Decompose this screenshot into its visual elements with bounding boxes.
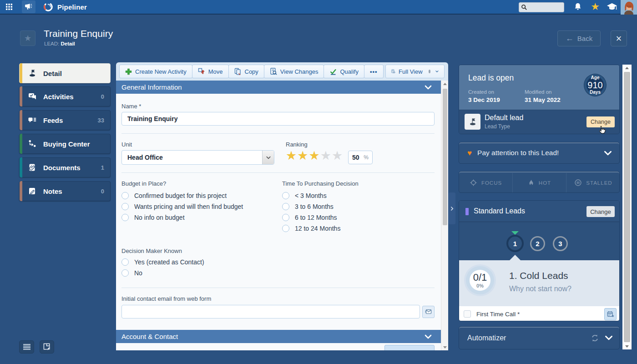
sidebar-item-notes[interactable]: Notes 0: [19, 181, 111, 201]
move-button[interactable]: Move: [192, 65, 229, 78]
automatizer-card[interactable]: Automatizer: [459, 326, 620, 349]
radio-time-0[interactable]: [282, 192, 289, 199]
radio-label: Wants pricing and will then find budget: [134, 203, 243, 210]
rating-star[interactable]: ★: [286, 149, 297, 162]
more-actions-button[interactable]: •••: [364, 65, 384, 78]
scrollbar-thumb[interactable]: [624, 72, 630, 342]
name-input[interactable]: [121, 112, 435, 126]
step-2-circle[interactable]: 2: [530, 236, 545, 251]
rating-star[interactable]: ★: [332, 149, 343, 162]
favorites-button[interactable]: ★: [589, 0, 602, 14]
step-detail-panel: 0/1 0% 1. Cold Leads Why not start now?: [459, 260, 619, 306]
notifications-button[interactable]: [571, 0, 584, 14]
sidebar-item-buying-center[interactable]: Buying Center: [19, 134, 111, 154]
radio-label: Yes (created as Contact): [134, 258, 204, 266]
age-label: Age: [591, 76, 600, 80]
sidebar-item-activities[interactable]: Activities 0: [19, 86, 111, 106]
schedule-task-button[interactable]: [604, 308, 617, 320]
radio-decision-1[interactable]: [121, 269, 129, 277]
send-email-button[interactable]: [422, 306, 435, 318]
step-subtitle: Why not start now?: [509, 285, 571, 293]
radio-time-2[interactable]: [282, 214, 289, 221]
created-value: 3 Dec 2019: [468, 96, 500, 103]
sidebar-item-detail[interactable]: Detail: [19, 63, 111, 83]
radio-decision-0[interactable]: [121, 258, 129, 266]
tab-accent-stripe: [20, 86, 22, 106]
radio-time-1[interactable]: [282, 203, 289, 210]
section-account-contact[interactable]: Account & Contact: [116, 330, 441, 343]
radio-label: 6 to 12 Months: [295, 214, 337, 221]
edit-layout-button[interactable]: [40, 340, 54, 354]
button-label: View Changes: [280, 68, 318, 75]
view-changes-icon: [270, 68, 277, 75]
chevron-down-icon: [605, 335, 613, 340]
unit-select[interactable]: Head Office: [121, 150, 274, 165]
task-checkbox[interactable]: [464, 310, 471, 318]
attention-card[interactable]: ♥ Pay attention to this Lead!: [459, 142, 620, 164]
scroll-down-arrow[interactable]: [622, 343, 632, 349]
hot-flag-button[interactable]: HOT: [513, 173, 566, 192]
ranking-label: Ranking: [286, 141, 308, 148]
lead-age-badge: Age 910 Days: [584, 74, 606, 96]
step-number: 1: [513, 240, 517, 248]
tab-label: Notes: [43, 187, 62, 195]
rating-star[interactable]: ★: [297, 149, 308, 162]
global-search[interactable]: [519, 2, 564, 12]
radio-budget-2[interactable]: [121, 214, 129, 221]
initial-email-input[interactable]: [121, 305, 420, 318]
pipeliner-swirl-icon: [43, 1, 54, 12]
scroll-up-arrow[interactable]: [622, 65, 632, 71]
step-progress-circle: 0/1 0%: [466, 266, 494, 294]
rating-stars: ★★★★★: [286, 149, 343, 162]
topbar: Pipeliner ★: [0, 0, 637, 15]
hamburger-icon: [23, 344, 30, 350]
automatizer-title: Automatizer: [467, 334, 506, 342]
qualify-button[interactable]: Qualify: [324, 65, 364, 78]
focus-flag-button[interactable]: FOCUS: [459, 173, 513, 192]
radio-budget-1[interactable]: [121, 203, 129, 210]
close-button[interactable]: ×: [611, 30, 627, 46]
rating-star[interactable]: ★: [308, 149, 320, 162]
radio-time-3[interactable]: [282, 225, 289, 232]
list-view-button[interactable]: [19, 340, 34, 354]
app-grid-button[interactable]: [0, 0, 18, 14]
back-button[interactable]: ← Back: [557, 30, 601, 46]
favorite-lead-toggle[interactable]: ★: [20, 30, 35, 46]
scroll-up-arrow[interactable]: [441, 81, 448, 87]
button-label: Qualify: [340, 68, 358, 75]
stalled-flag-button[interactable]: STALLED: [566, 173, 620, 192]
view-changes-button[interactable]: View Changes: [264, 65, 324, 78]
tab-label: Feeds: [43, 116, 63, 124]
flag-icon: [468, 117, 477, 126]
radio-budget-0[interactable]: [121, 192, 129, 199]
training-button[interactable]: [605, 0, 619, 14]
announcements-button[interactable]: [22, 0, 35, 13]
copy-button[interactable]: Copy: [228, 65, 264, 78]
tab-label: Detail: [43, 70, 62, 77]
page-title: Training Enquiry: [44, 28, 113, 39]
scrollbar-thumb[interactable]: [443, 89, 447, 225]
panel-collapse-handle[interactable]: [449, 192, 455, 224]
scroll-down-arrow[interactable]: [441, 344, 448, 350]
full-view-button[interactable]: Full View: [385, 65, 445, 78]
section-general-information[interactable]: General Information: [116, 81, 441, 94]
step-1-circle[interactable]: 1: [506, 235, 524, 252]
main-scrollbar[interactable]: [441, 81, 448, 350]
time-to-purchase-label: Time To Purchasing Decision: [282, 180, 359, 187]
decision-maker-label: Decision Maker Known: [121, 248, 182, 254]
step-3-circle[interactable]: 3: [553, 236, 568, 251]
search-input[interactable]: [527, 4, 562, 10]
change-pipeline-button[interactable]: Change: [586, 206, 615, 217]
clipped-button[interactable]: [384, 345, 435, 350]
sidebar-item-feeds[interactable]: Feeds 33: [19, 110, 111, 130]
ranking-percent-field[interactable]: 50 %: [348, 151, 373, 164]
avatar-image: [621, 0, 637, 15]
radio-label: Confirmed budget for this project: [134, 192, 227, 199]
pipeliner-logo: Pipeliner: [43, 1, 87, 12]
right-panel-scrollbar[interactable]: [622, 65, 632, 349]
rating-star[interactable]: ★: [320, 149, 332, 162]
user-avatar[interactable]: [621, 0, 637, 15]
create-new-activity-button[interactable]: Create New Activity: [119, 65, 192, 78]
sidebar-item-documents[interactable]: Documents 1: [19, 157, 111, 177]
flame-icon: [528, 179, 535, 187]
